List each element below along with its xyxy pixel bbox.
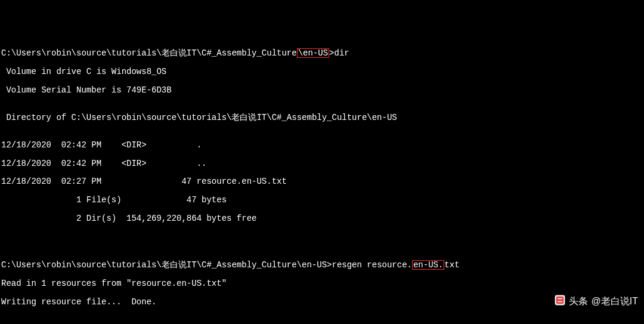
dir-row: 12/18/2020 02:42 PM <DIR> . [1,141,643,150]
cmd-dir: dir [335,48,349,58]
output-volume: Volume in drive C is Windows8_OS [1,67,643,76]
svg-rect-2 [558,298,562,299]
svg-rect-1 [556,297,563,304]
prompt-path-suffix: \en-US [297,260,327,270]
watermark: 头条 @老白说IT [544,284,638,318]
prompt-path: C:\Users\robin\source\tutorials\老白说IT\C#… [1,260,297,270]
output-serial: Volume Serial Number is 749E-6D3B [1,86,643,95]
prompt-path: C:\Users\robin\source\tutorials\老白说IT\C#… [1,48,297,58]
dir-summary: 2 Dir(s) 154,269,220,864 bytes free [1,214,643,223]
dir-row: 12/18/2020 02:27 PM 47 resource.en-US.tx… [1,177,643,186]
prompt-line[interactable]: C:\Users\robin\source\tutorials\老白说IT\C#… [1,48,643,58]
svg-rect-3 [558,301,562,303]
prompt-line[interactable]: C:\Users\robin\source\tutorials\老白说IT\C#… [1,260,643,270]
toutiao-icon [544,284,565,318]
cmd-resgen-pre: resgen resource. [332,260,412,270]
output-dirof: Directory of C:\Users\robin\source\tutor… [1,113,643,122]
prompt-gt: > [329,48,334,58]
dir-row: 12/18/2020 02:42 PM <DIR> .. [1,159,643,168]
prompt-gt: > [327,260,332,270]
highlight-en-us-path: \en-US [297,48,329,58]
watermark-handle: @老白说IT [592,296,638,307]
dir-summary: 1 File(s) 47 bytes [1,196,643,205]
highlight-en-us-ext: en-US. [412,260,444,270]
watermark-prefix: 头条 [569,296,588,307]
cmd-resgen-post: txt [444,260,459,270]
